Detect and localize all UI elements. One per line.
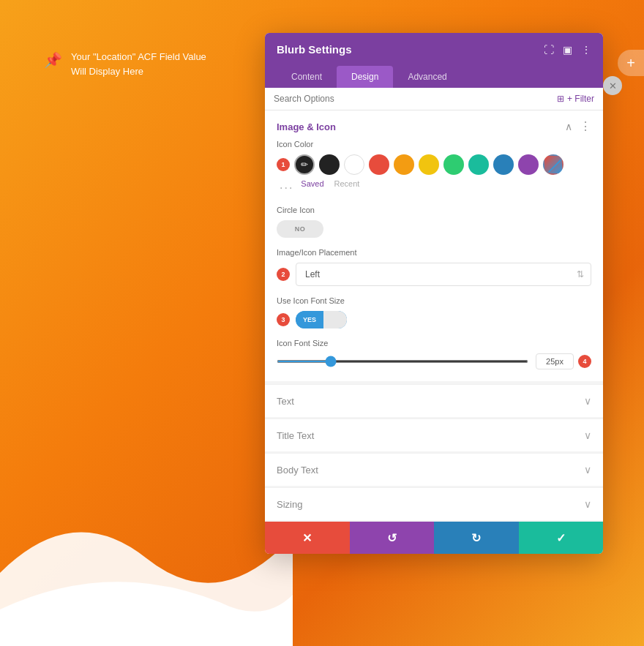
more-icon[interactable]: ⋮ (581, 44, 591, 56)
font-size-value[interactable]: 25px (536, 353, 574, 369)
redo-button[interactable]: ↻ (434, 522, 519, 554)
use-icon-font-size-label: Use Icon Font Size (277, 296, 591, 305)
color-swatch-red[interactable] (369, 154, 389, 175)
action-bar: ✕ ↺ ↻ ✓ (265, 522, 603, 554)
blurb-settings-panel: Blurb Settings ⛶ ▣ ⋮ Content Design Adva… (265, 33, 603, 554)
color-swatch-teal[interactable] (468, 154, 489, 175)
section-menu-icon[interactable]: ⋮ (580, 121, 591, 132)
saved-tab[interactable]: Saved (301, 179, 323, 188)
tabs-bar: Content Design Advanced (265, 66, 603, 88)
color-swatch-orange[interactable] (394, 154, 414, 175)
plus-button[interactable]: + (618, 50, 644, 76)
placement-label: Image/Icon Placement (277, 248, 591, 257)
filter-button[interactable]: ⊞ + Filter (557, 94, 594, 104)
sizing-chevron-icon: ∨ (584, 498, 591, 510)
icon-color-label: Icon Color (277, 140, 591, 149)
badge-icon-color: 1 (277, 158, 290, 171)
pin-text-line1: Your "Location" ACF Field Value (71, 50, 206, 64)
sizing-section-title: Sizing (277, 499, 302, 510)
body-text-section-header[interactable]: Body Text ∨ (265, 454, 603, 486)
badge-font-size-value: 4 (578, 355, 591, 368)
text-section-header[interactable]: Text ∨ (265, 385, 603, 417)
toggle-yes-label: YES (296, 311, 323, 328)
fullscreen-icon[interactable]: ⛶ (544, 44, 554, 56)
search-input[interactable] (274, 94, 557, 104)
text-section-title: Text (277, 396, 294, 407)
text-chevron-icon: ∨ (584, 395, 591, 407)
body-text-section: Body Text ∨ (265, 453, 603, 486)
wave-decoration (0, 353, 293, 646)
recent-tab[interactable]: Recent (334, 179, 360, 188)
panel-header-icons: ⛶ ▣ ⋮ (544, 44, 591, 56)
toggle-no-label: NO (277, 225, 323, 233)
image-icon-content: Icon Color 1 ✏ (265, 140, 603, 381)
undo-button[interactable]: ↺ (350, 522, 435, 554)
panel-body: Image & Icon ∧ ⋮ Icon Color 1 ✏ (265, 110, 603, 522)
placement-select[interactable]: Left Top Right Bottom (296, 263, 591, 286)
color-swatch-black[interactable]: ✏ (294, 154, 315, 175)
body-text-chevron-icon: ∨ (584, 464, 591, 476)
cancel-button[interactable]: ✕ (265, 522, 350, 554)
title-text-section: Title Text ∨ (265, 418, 603, 451)
swatch-saved-recent: Saved Recent (301, 179, 359, 188)
tab-design[interactable]: Design (337, 66, 393, 88)
save-button[interactable]: ✓ (519, 522, 604, 554)
pin-icon: 📌 (44, 51, 62, 69)
title-text-chevron-icon: ∨ (584, 429, 591, 441)
tab-advanced[interactable]: Advanced (393, 66, 461, 88)
search-bar: ⊞ + Filter (265, 88, 603, 110)
badge-placement: 2 (277, 268, 290, 281)
pin-area: 📌 Your "Location" ACF Field Value Will D… (44, 50, 206, 78)
color-swatch-purple[interactable] (518, 154, 539, 175)
panel-close-button[interactable]: ✕ (603, 76, 622, 95)
badge-use-font-size: 3 (277, 313, 290, 326)
color-swatch-blue[interactable] (493, 154, 514, 175)
image-icon-section: Image & Icon ∧ ⋮ Icon Color 1 ✏ (265, 110, 603, 381)
title-text-section-header[interactable]: Title Text ∨ (265, 419, 603, 451)
more-swatches-icon[interactable]: ··· (280, 181, 293, 195)
image-icon-title: Image & Icon (277, 121, 336, 132)
panel-title: Blurb Settings (277, 43, 352, 56)
icon-font-size-label: Icon Font Size (277, 339, 591, 348)
color-swatch-white[interactable] (344, 154, 364, 175)
title-text-section-title: Title Text (277, 430, 314, 441)
color-swatch-yellow[interactable] (419, 154, 439, 175)
font-size-slider[interactable] (277, 360, 528, 363)
panel-header: Blurb Settings ⛶ ▣ ⋮ (265, 33, 603, 66)
section-header-actions: ∧ ⋮ (565, 121, 591, 132)
circle-icon-toggle[interactable]: NO (277, 220, 323, 238)
body-text-section-title: Body Text (277, 465, 318, 476)
color-swatch-black2[interactable] (319, 154, 340, 175)
color-swatch-custom[interactable] (543, 154, 564, 175)
section-collapse-icon[interactable]: ∧ (565, 121, 572, 132)
svg-line-0 (544, 156, 564, 175)
sizing-section: Sizing ∨ (265, 487, 603, 520)
text-section: Text ∨ (265, 384, 603, 417)
columns-icon[interactable]: ▣ (563, 44, 572, 56)
color-swatch-green[interactable] (443, 154, 464, 175)
pin-text-line2: Will Display Here (71, 64, 206, 79)
color-swatches-row: 1 ✏ (277, 154, 591, 175)
tab-content[interactable]: Content (277, 66, 337, 88)
image-icon-section-header: Image & Icon ∧ ⋮ (265, 110, 603, 140)
use-icon-font-toggle[interactable]: YES (296, 311, 347, 328)
svg-line-1 (544, 156, 564, 175)
circle-icon-label: Circle Icon (277, 206, 591, 214)
filter-icon: ⊞ (557, 94, 564, 104)
sizing-section-header[interactable]: Sizing ∨ (265, 488, 603, 520)
